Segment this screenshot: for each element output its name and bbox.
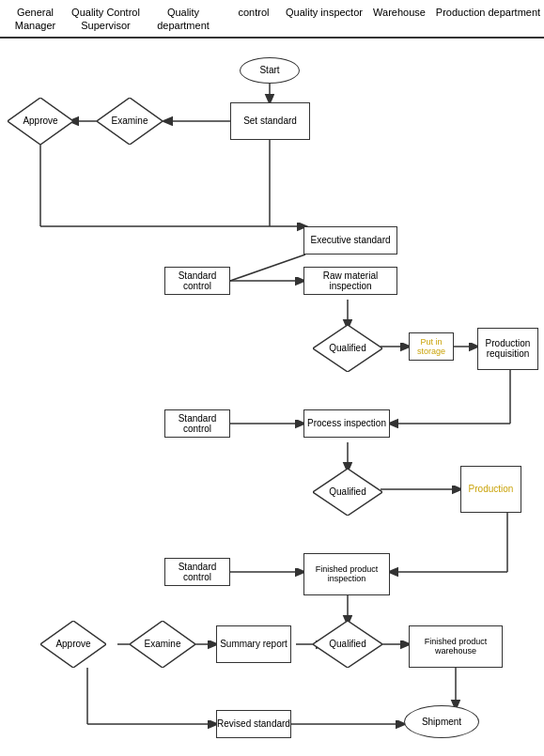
col-quality-control: Quality Control Supervisor [70,6,141,33]
set-standard-node: Set standard [230,102,310,140]
col-production-dept: Production department [432,6,544,33]
production-node: Production [460,466,521,513]
qualified1-node: Qualified [313,325,382,372]
put-in-storage-node: Put in storage [409,332,454,361]
finished-warehouse-node: Finished product warehouse [409,625,503,668]
standard-control3-node: Standard control [164,558,230,586]
summary-report-node: Summary report [216,625,291,663]
raw-material-node: Raw material inspection [303,267,397,295]
executive-standard-node: Executive standard [303,226,397,255]
qualified2-node: Qualified [313,469,382,516]
qualified3-node: Qualified [313,621,382,668]
standard-control1-node: Standard control [164,267,230,295]
svg-line-29 [230,255,305,281]
finished-inspection-node: Finished product inspection [303,553,390,595]
header: General Manager Quality Control Supervis… [0,0,544,39]
flowchart: Start Set standard Examine Approve Execu… [0,39,544,752]
examine2-node: Examine [130,621,195,668]
revised-standard-node: Revised standard [216,710,291,738]
approve2-node: Approve [40,621,106,668]
examine1-node: Examine [97,98,163,145]
shipment-node: Shipment [404,705,479,738]
col-quality-inspector: Quality inspector [282,6,366,33]
standard-control2-node: Standard control [164,409,230,438]
approve1-node: Approve [8,98,73,145]
start-node: Start [240,57,300,84]
col-warehouse: Warehouse [366,6,432,33]
col-control: control [225,6,282,33]
col-general-manager: General Manager [0,6,70,33]
production-req-node: Production requisition [477,328,538,370]
col-quality-dept: Quality department [141,6,225,33]
process-inspection-node: Process inspection [303,409,390,438]
